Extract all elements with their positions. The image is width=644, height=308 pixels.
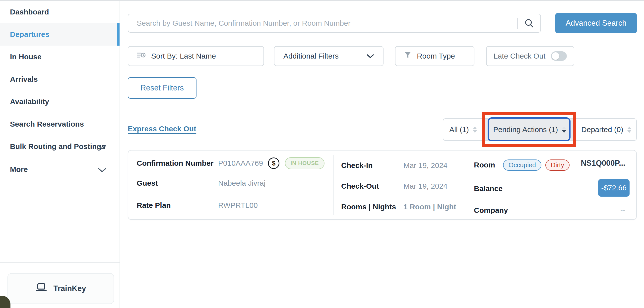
sidebar-item-label: Bulk Routing and Postings bbox=[10, 142, 105, 151]
late-check-out-toggle[interactable] bbox=[551, 51, 567, 61]
tab-all-label: All (1) bbox=[449, 125, 469, 134]
sidebar-item-label: In House bbox=[10, 53, 42, 61]
sidebar-item-label: Departures bbox=[10, 30, 49, 39]
search-icon[interactable] bbox=[524, 19, 534, 28]
trainkey-button[interactable]: TrainKey bbox=[8, 273, 114, 304]
sidebar-item-in-house[interactable]: In House bbox=[0, 46, 120, 68]
room-type-label: Room Type bbox=[417, 52, 455, 60]
payment-dollar-icon: $ bbox=[268, 157, 280, 169]
check-in-value: Mar 19, 2024 bbox=[404, 161, 448, 170]
balance-amount-badge[interactable]: -$72.66 bbox=[598, 179, 630, 197]
sort-arrows-icon bbox=[627, 127, 631, 133]
guest-name-value: Nabeela Jivraj bbox=[218, 179, 266, 187]
search-bar bbox=[128, 14, 541, 33]
balance-label-row: Balance bbox=[474, 182, 502, 195]
rooms-nights-value: 1 Room | Night bbox=[404, 203, 456, 211]
room-number-value: NS1Q000P... bbox=[581, 157, 625, 169]
sort-arrows-icon bbox=[562, 127, 566, 133]
sidebar-item-label: Arrivals bbox=[10, 75, 38, 84]
sidebar-item-arrivals[interactable]: Arrivals bbox=[0, 68, 120, 91]
room-label-row: Room bbox=[474, 159, 495, 171]
sort-clock-icon bbox=[137, 52, 146, 61]
check-in-label: Check-In bbox=[341, 161, 373, 170]
trainkey-label: TrainKey bbox=[54, 284, 86, 293]
sidebar-footer-divider bbox=[0, 262, 120, 263]
sidebar-item-more[interactable]: More bbox=[0, 158, 120, 181]
check-in-label-row: Check-In bbox=[341, 159, 373, 172]
tab-departed[interactable]: Departed (0) bbox=[576, 119, 636, 140]
check-out-value: Mar 19, 2024 bbox=[404, 182, 448, 190]
search-divider bbox=[518, 18, 518, 29]
confirmation-number-label: Confirmation Number bbox=[137, 159, 214, 167]
toggle-knob bbox=[552, 52, 559, 60]
room-label: Room bbox=[474, 161, 495, 169]
tab-all[interactable]: All (1) bbox=[443, 119, 483, 140]
company-label-row: Company bbox=[474, 204, 508, 216]
sidebar-item-label: Search Reservations bbox=[10, 120, 84, 128]
rate-plan-label: Rate Plan bbox=[137, 201, 171, 210]
sort-by-control[interactable]: Sort By: Last Name bbox=[128, 46, 264, 66]
chevron-down-icon bbox=[366, 52, 374, 60]
rooms-nights-label-row: Rooms | Nights bbox=[341, 201, 396, 213]
additional-filters-dropdown[interactable]: Additional Filters bbox=[274, 46, 384, 66]
check-out-value-row: Mar 19, 2024 bbox=[404, 180, 448, 192]
in-house-status-badge: IN HOUSE bbox=[285, 157, 324, 169]
sidebar-item-availability[interactable]: Availability bbox=[0, 91, 120, 113]
confirmation-number-value: P010AAA769 bbox=[218, 159, 263, 167]
confirmation-number-label-row: Confirmation Number bbox=[137, 157, 214, 169]
search-input[interactable] bbox=[136, 19, 518, 28]
confirmation-number-value-row: P010AAA769 $ IN HOUSE bbox=[218, 157, 324, 169]
dirty-status-badge: Dirty bbox=[546, 159, 570, 171]
funnel-icon bbox=[404, 51, 412, 61]
chevron-down-icon bbox=[98, 143, 106, 152]
additional-filters-label: Additional Filters bbox=[284, 52, 339, 60]
rooms-nights-label: Rooms | Nights bbox=[341, 203, 396, 211]
sidebar-item-bulk-routing[interactable]: Bulk Routing and Postings bbox=[0, 135, 120, 158]
sidebar-item-label: Availability bbox=[10, 97, 49, 106]
company-label: Company bbox=[474, 206, 508, 215]
chevron-down-icon bbox=[98, 166, 106, 174]
sort-arrows-icon bbox=[473, 127, 477, 133]
check-out-label-row: Check-Out bbox=[341, 180, 379, 192]
balance-label: Balance bbox=[474, 184, 502, 193]
laptop-icon bbox=[36, 283, 47, 294]
occupied-status-badge: Occupied bbox=[503, 159, 542, 171]
company-value: -- bbox=[620, 204, 625, 216]
tab-departed-label: Departed (0) bbox=[581, 125, 623, 134]
check-in-value-row: Mar 19, 2024 bbox=[404, 159, 448, 172]
departure-status-tabs: All (1) Pending Actions (1) Departed (0) bbox=[443, 118, 637, 141]
tab-pending-actions[interactable]: Pending Actions (1) bbox=[483, 119, 576, 140]
sidebar-item-search-reservations[interactable]: Search Reservations bbox=[0, 113, 120, 135]
sidebar-item-label: More bbox=[10, 165, 28, 174]
reservation-list-item[interactable]: Confirmation Number P010AAA769 $ IN HOUS… bbox=[128, 150, 637, 220]
guest-label-row: Guest bbox=[137, 177, 158, 189]
late-check-out-label: Late Check Out bbox=[494, 52, 546, 60]
departures-page: Dashboard Departures In House Arrivals A… bbox=[0, 0, 644, 308]
rate-plan-value-row: RWPRTL00 bbox=[218, 199, 258, 212]
guest-value-row: Nabeela Jivraj bbox=[218, 177, 266, 189]
advanced-search-button[interactable]: Advanced Search bbox=[555, 13, 637, 33]
sidebar-item-label: Dashboard bbox=[10, 8, 49, 16]
late-check-out-filter: Late Check Out bbox=[486, 46, 574, 66]
reset-filters-button[interactable]: Reset Filters bbox=[128, 77, 196, 99]
sidebar-item-dashboard[interactable]: Dashboard bbox=[0, 1, 120, 23]
sort-by-label: Sort By: Last Name bbox=[151, 52, 216, 60]
sidebar-item-departures[interactable]: Departures bbox=[0, 23, 120, 46]
sidebar: Dashboard Departures In House Arrivals A… bbox=[0, 1, 120, 308]
rooms-nights-value-row: 1 Room | Night bbox=[404, 201, 456, 213]
express-check-out-link[interactable]: Express Check Out bbox=[128, 125, 196, 133]
rate-plan-label-row: Rate Plan bbox=[137, 199, 171, 212]
guest-label: Guest bbox=[137, 179, 158, 187]
room-status-badges: Occupied Dirty bbox=[503, 159, 570, 171]
room-type-filter[interactable]: Room Type bbox=[395, 46, 474, 66]
rate-plan-value: RWPRTL00 bbox=[218, 201, 258, 210]
check-out-label: Check-Out bbox=[341, 182, 379, 190]
card-column-divider bbox=[334, 155, 334, 215]
tab-pending-actions-label: Pending Actions (1) bbox=[493, 125, 558, 134]
